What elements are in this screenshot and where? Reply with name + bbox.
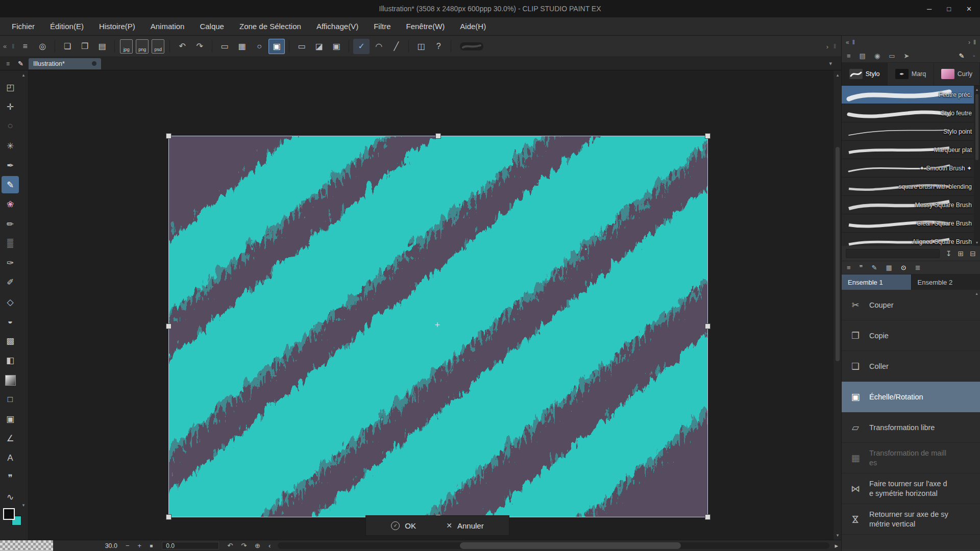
action-item-transformation-libre[interactable]: ▱ Transformation libre [842,412,980,443]
brush-scroll-thumb[interactable] [975,94,978,160]
transform-center-crosshair[interactable]: + [435,320,440,331]
move-tool[interactable]: ✛ [2,98,19,115]
marquee-button[interactable]: ▭ [293,39,310,54]
frame-tool[interactable]: ▣ [2,410,19,428]
speech-bubble-icon[interactable]: ❞ [860,264,863,271]
ruler-tool[interactable]: ∠ [2,430,19,447]
magnifier-icon[interactable]: ⊙ [901,264,906,271]
snap-ruler-button[interactable]: ✓ [353,39,370,54]
brush-tool[interactable]: ✑ [2,254,19,271]
dock-collapse-icon[interactable]: « [846,39,849,46]
tabbar-menu-icon[interactable]: ≡ [6,60,10,67]
3d-view-button[interactable]: ◫ [413,39,429,54]
action-item-flip-horizontal[interactable]: ⋈ Faire tourner sur l'axe d e symétrie h… [842,473,980,504]
toolbar-grip-icon[interactable]: ‖ [831,43,838,50]
delete-brush-icon[interactable]: ⊟ [970,249,976,258]
pattern-tool[interactable]: ▩ [2,332,19,349]
select-grid-button[interactable]: ▦ [234,39,250,54]
transform-handle-se[interactable] [705,514,710,520]
brush-search-strip[interactable] [846,249,940,258]
text-tool[interactable]: A [2,449,19,467]
brush-item-feutre-prec[interactable]: Feutre préc. [842,86,980,104]
scroll-up-icon[interactable]: ▴ [834,71,842,79]
send-icon[interactable]: ➤ [904,52,910,60]
tab-modified-dot[interactable] [92,61,96,66]
collapse-left-icon[interactable]: ‹ [268,542,271,549]
rotation-field[interactable]: 0.0 [162,542,219,549]
eyedropper-tool[interactable]: ✒ [2,157,19,174]
reset-view-button[interactable]: ⊕ [255,542,260,549]
menu-zone-de-selection[interactable]: Zone de Sélection [232,22,309,31]
toolbar-expand-icon[interactable]: › [823,43,831,51]
menu-aide[interactable]: Aide(H) [452,22,494,31]
new-file-button[interactable]: ❏ [59,39,76,54]
redo-button[interactable]: ↷ [191,39,208,54]
scroll-right-icon[interactable]: ▸ [835,542,838,549]
brush-item-clean-square[interactable]: Clean Square Brush [842,214,980,233]
toolbar-collapse-icon[interactable]: « [0,42,10,50]
tools-scroll-down-icon[interactable]: ▾ [19,502,28,508]
edit-brush-icon[interactable]: ✎ [959,52,965,60]
brush-item-aligned-square[interactable]: Aligned Square Brush [842,233,980,246]
action-item-transformation-de-mailles[interactable]: ▦ Transformation de maill es [842,443,980,473]
border-frame-button[interactable]: ▣ [328,39,345,54]
action-scroll-up-icon[interactable]: ▴ [974,291,979,296]
toolbar-grip-icon[interactable]: ‖ [10,43,16,50]
transform-handle-e[interactable] [705,323,710,329]
document-tab[interactable]: Illustration* [29,58,101,69]
cancel-button[interactable]: ✕ Annuler [441,516,488,535]
brush-item-smooth-brush[interactable]: ✦ Smooth Brush ✦ [842,159,980,178]
small-box-icon[interactable]: ▫ [973,53,975,59]
palette-menu-icon[interactable]: ≡ [847,52,851,60]
correct-line-tool[interactable]: ∿ [2,488,19,506]
import-brush-icon[interactable]: ↧ [946,249,952,258]
rotate-right-button[interactable]: ↷ [241,542,247,549]
subtool-tab-stylo[interactable]: Stylo [842,63,888,85]
airbrush-tool[interactable]: ▒ [2,235,19,252]
scroll-down-icon[interactable]: ▾ [834,532,842,539]
canvas-viewport[interactable]: + ✓ OK ✕ Annuler [29,70,833,540]
thumbnail-view-icon[interactable]: ◉ [874,52,880,60]
minimize-button[interactable]: ─ [927,5,932,13]
pencil-tool[interactable]: ✏ [2,215,19,233]
decoration-tool[interactable]: ❀ [2,195,19,213]
menu-histoire[interactable]: Histoire(P) [91,22,143,31]
menu-calque[interactable]: Calque [192,22,232,31]
save-file-button[interactable]: ▤ [94,39,110,54]
gradient-tool[interactable] [2,371,19,389]
brush-item-marqueur-plat[interactable]: Marqueur plat [842,141,980,159]
snap-line-button[interactable]: ╱ [388,39,404,54]
action-item-copie[interactable]: ❐ Copie [842,320,980,351]
menu-fichier[interactable]: Fichier [4,22,42,31]
menu-fenetre[interactable]: Fenêtre(W) [399,22,453,31]
canvas-horizontal-scrollbar[interactable] [278,542,829,549]
export-psd-button[interactable]: psd [152,39,164,54]
maximize-button[interactable]: □ [947,5,951,13]
marker-tool[interactable]: ✐ [2,273,19,291]
scale-rotate-button[interactable]: ▣ [268,39,285,54]
transform-handle-w[interactable] [166,323,172,329]
open-file-button[interactable]: ❐ [77,39,93,54]
vertical-scroll-thumb[interactable] [836,147,840,361]
select-ellipse-button[interactable]: ○ [251,39,267,54]
snap-curve-button[interactable]: ◠ [371,39,387,54]
brush-item-stylo-point[interactable]: Stylo point [842,122,980,141]
undo-button[interactable]: ↶ [174,39,190,54]
menu-animation[interactable]: Animation [143,22,192,31]
zoom-reset-button[interactable]: ■ [150,543,153,548]
artboard[interactable]: + [169,136,707,517]
brush-item-stylo-feutre[interactable]: Stylo feutre [842,104,980,122]
palette-menu-icon[interactable]: ≡ [847,264,851,271]
pen-tool[interactable]: ✎ [2,176,19,193]
action-item-couper[interactable]: ✂ Couper [842,290,980,320]
dock-grip-icon[interactable]: ‖ [973,39,976,46]
eraser-tool[interactable]: ◇ [2,293,19,311]
figure-tool[interactable]: □ [2,391,19,408]
transform-handle-ne[interactable] [705,133,710,139]
add-brush-icon[interactable]: ⊞ [958,249,964,258]
transform-handle-n[interactable] [435,133,441,139]
menu-filtre[interactable]: Filtre [366,22,398,31]
brush-item-messy-square[interactable]: Messy Square Brush [842,196,980,214]
select-rect-button[interactable]: ▭ [216,39,233,54]
action-set-tab-1[interactable]: Ensemble 1 [842,274,911,290]
